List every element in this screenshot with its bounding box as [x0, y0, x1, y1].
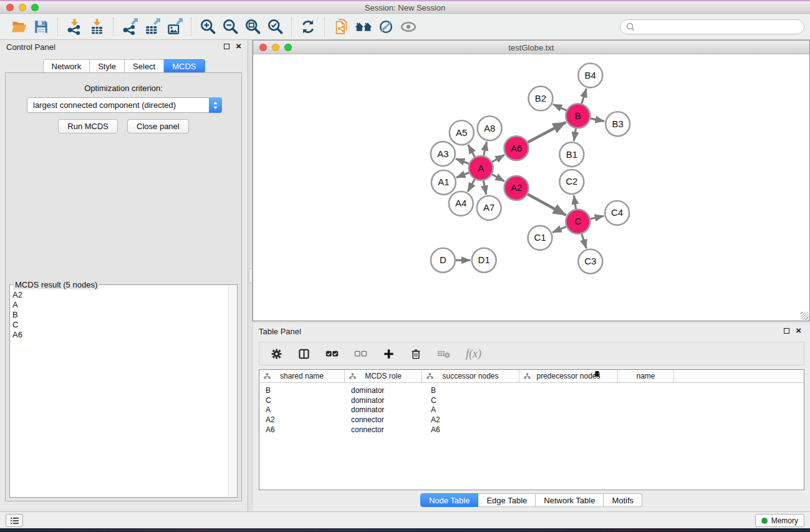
- home-button[interactable]: [352, 16, 375, 38]
- node-A2[interactable]: A2: [504, 176, 529, 200]
- settings-button[interactable]: [271, 348, 282, 360]
- resize-grip[interactable]: [801, 312, 809, 320]
- edge-A-A4[interactable]: [468, 179, 475, 191]
- edge-A-A8[interactable]: [484, 142, 487, 155]
- export-network-button[interactable]: [118, 16, 141, 38]
- zoom-in-button[interactable]: [196, 16, 219, 38]
- export-image-button[interactable]: [163, 16, 186, 38]
- node-C2[interactable]: C2: [559, 170, 584, 194]
- edge-C-C4[interactable]: [591, 216, 604, 219]
- memory-button[interactable]: Memory: [755, 514, 804, 527]
- import-network-button[interactable]: [63, 16, 85, 38]
- delete-button[interactable]: [410, 348, 422, 360]
- column-header-mcds-role[interactable]: MCDS role: [345, 370, 422, 382]
- result-list-item[interactable]: B: [12, 310, 228, 320]
- edge-A-A5[interactable]: [468, 145, 475, 157]
- show-details-button[interactable]: [397, 16, 420, 38]
- tab-network[interactable]: Network: [42, 59, 90, 73]
- add-button[interactable]: [383, 348, 395, 360]
- panel-splitter[interactable]: [248, 40, 253, 511]
- node-A6[interactable]: A6: [504, 136, 529, 160]
- edge-B-B4[interactable]: [582, 89, 586, 104]
- zoom-selected-button[interactable]: [264, 16, 286, 38]
- table-row[interactable]: A6connector11A6: [259, 425, 804, 435]
- refresh-button[interactable]: [297, 16, 319, 38]
- function-builder-icon[interactable]: f(x): [466, 347, 481, 360]
- edge-A2-C[interactable]: [528, 194, 566, 215]
- node-A7[interactable]: A7: [477, 196, 501, 220]
- cell-name: A: [422, 405, 478, 414]
- node-B1[interactable]: B1: [559, 142, 584, 167]
- tab-edge-table[interactable]: Edge Table: [478, 493, 536, 507]
- node-C4[interactable]: C4: [605, 201, 629, 225]
- tab-network-table[interactable]: Network Table: [536, 493, 604, 507]
- edge-B-B2[interactable]: [553, 104, 566, 110]
- import-table-button[interactable]: [85, 16, 108, 38]
- node-D[interactable]: D: [431, 248, 455, 273]
- tab-style[interactable]: Style: [90, 59, 125, 73]
- tab-select[interactable]: Select: [125, 59, 164, 73]
- column-header-name[interactable]: name: [618, 370, 674, 382]
- result-list-item[interactable]: A: [12, 300, 228, 310]
- result-list-item[interactable]: C: [12, 320, 228, 330]
- deselect-all-button[interactable]: [354, 349, 367, 359]
- search-field[interactable]: [620, 19, 804, 34]
- main-toolbar: [0, 14, 810, 40]
- float-table-panel-button[interactable]: [784, 328, 789, 334]
- node-B4[interactable]: B4: [578, 63, 602, 87]
- node-B2[interactable]: B2: [529, 86, 553, 110]
- node-D1[interactable]: D1: [472, 248, 496, 273]
- network-canvas[interactable]: AA1A2A3A4A5A6A7A8BB1B2B3B4CC1C2C3C4DD1: [253, 54, 809, 321]
- optimization-criterion-dropdown[interactable]: largest connected component (directed): [27, 97, 222, 113]
- node-C3[interactable]: C3: [578, 249, 602, 274]
- close-panel-icon[interactable]: ×: [236, 42, 241, 50]
- columns-button[interactable]: [298, 348, 310, 360]
- tab-mcds[interactable]: MCDS: [164, 59, 205, 73]
- edge-A6-B[interactable]: [528, 122, 566, 142]
- open-file-button[interactable]: [7, 16, 30, 38]
- node-A5[interactable]: A5: [450, 120, 474, 145]
- export-table-button[interactable]: [141, 16, 163, 38]
- network-window-titlebar[interactable]: testGlobe.txt: [253, 41, 809, 54]
- edge-A-A2[interactable]: [492, 175, 504, 181]
- search-input[interactable]: [638, 21, 799, 32]
- edge-A-A3[interactable]: [456, 158, 469, 163]
- zoom-fit-button[interactable]: [241, 16, 264, 38]
- network-file-button[interactable]: [330, 16, 352, 38]
- edge-C-C1[interactable]: [552, 226, 566, 232]
- edge-C-C2[interactable]: [574, 195, 576, 209]
- run-mcds-button[interactable]: Run MCDS: [58, 119, 118, 133]
- column-header-successor-nodes[interactable]: successor nodes: [422, 370, 519, 382]
- result-list-item[interactable]: A2: [12, 290, 228, 300]
- zoom-out-button[interactable]: [219, 16, 241, 38]
- float-panel-button[interactable]: [224, 44, 229, 49]
- app-titlebar: Session: New Session: [0, 0, 810, 14]
- node-A3[interactable]: A3: [431, 142, 455, 166]
- close-panel-button[interactable]: Close panel: [127, 119, 189, 133]
- select-all-button[interactable]: [325, 349, 339, 359]
- node-A[interactable]: A: [469, 156, 493, 180]
- hide-details-button[interactable]: [375, 16, 397, 38]
- node-B3[interactable]: B3: [605, 112, 630, 136]
- tab-node-table[interactable]: Node Table: [420, 493, 479, 507]
- edge-B-B3[interactable]: [591, 118, 604, 121]
- column-header-shared-name[interactable]: shared name: [259, 370, 345, 382]
- node-A1[interactable]: A1: [432, 170, 456, 195]
- result-scrollbar[interactable]: [228, 286, 236, 496]
- edge-A-A7[interactable]: [483, 181, 486, 195]
- node-C[interactable]: C: [566, 210, 590, 234]
- node-A8[interactable]: A8: [478, 116, 502, 140]
- tab-motifs[interactable]: Motifs: [604, 493, 642, 507]
- edge-C-C3[interactable]: [582, 234, 586, 248]
- edge-B-B1[interactable]: [574, 128, 576, 141]
- edge-A-A1[interactable]: [456, 173, 469, 178]
- node-B[interactable]: B: [566, 104, 590, 128]
- result-list-item[interactable]: A6: [12, 330, 228, 340]
- show-panels-button[interactable]: [6, 514, 23, 527]
- close-table-panel-icon[interactable]: ×: [796, 327, 801, 334]
- node-C1[interactable]: C1: [528, 226, 552, 250]
- delete-table-button[interactable]: [437, 349, 450, 359]
- save-session-button[interactable]: [30, 16, 52, 38]
- edge-A-A6[interactable]: [492, 155, 504, 162]
- node-A4[interactable]: A4: [449, 191, 473, 216]
